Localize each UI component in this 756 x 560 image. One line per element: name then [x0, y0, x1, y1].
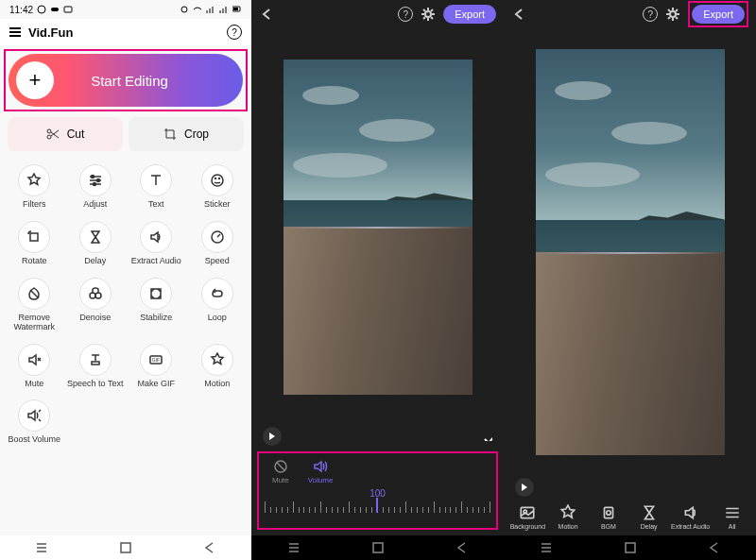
tool-text[interactable]: Text: [126, 161, 187, 213]
btool-motion[interactable]: Motion: [550, 504, 587, 530]
btool-bgm[interactable]: BGM: [591, 504, 627, 530]
mute-icon: [273, 459, 288, 474]
nav-home-icon[interactable]: [119, 541, 132, 554]
tool-stabilize[interactable]: Stabilize: [126, 274, 187, 336]
menu-icon[interactable]: [9, 27, 21, 37]
export-button[interactable]: Export: [443, 5, 496, 24]
play-row: [504, 476, 756, 499]
tool-motion[interactable]: Motion: [187, 340, 249, 393]
nav-bar: [504, 535, 756, 560]
preview-frame: [284, 59, 472, 395]
remove-watermark-icon: [18, 278, 50, 310]
gear-icon[interactable]: [665, 7, 680, 22]
loop-icon: [201, 278, 233, 310]
nav-recent-icon[interactable]: [540, 541, 553, 554]
tool-adjust[interactable]: Adjust: [65, 161, 127, 213]
tool-speech-to-text[interactable]: Speech to Text: [65, 340, 127, 393]
quick-actions: Cut Crop: [0, 111, 251, 157]
nav-recent-icon[interactable]: [287, 541, 301, 554]
tool-remove-watermark[interactable]: Remove Watermark: [4, 274, 65, 336]
extract-audio-icon: [682, 504, 699, 521]
crop-icon: [163, 127, 177, 141]
svg-text:GIF: GIF: [152, 357, 160, 363]
back-icon[interactable]: [259, 7, 274, 22]
app-header: Vid.Fun ?: [0, 19, 251, 45]
editor-volume-panel: ? Export Mute Volume: [251, 0, 504, 560]
svg-rect-1: [51, 8, 59, 11]
svg-point-6: [47, 129, 51, 133]
nav-back-icon[interactable]: [203, 541, 216, 554]
crop-button[interactable]: Crop: [129, 117, 244, 151]
nav-bar: [251, 535, 504, 560]
play-button[interactable]: [515, 478, 534, 497]
rotate-icon: [18, 221, 50, 253]
tool-delay[interactable]: Delay: [65, 217, 127, 270]
nav-recent-icon[interactable]: [35, 541, 48, 554]
btool-all[interactable]: All: [713, 504, 750, 530]
tool-grid: FiltersAdjustTextStickerRotateDelayExtra…: [0, 157, 251, 452]
nav-home-icon[interactable]: [371, 541, 385, 554]
help-icon[interactable]: ?: [227, 25, 242, 40]
cut-button[interactable]: Cut: [8, 117, 123, 151]
export-button[interactable]: Export: [692, 5, 745, 24]
mute-tab[interactable]: Mute: [272, 459, 289, 484]
svg-rect-19: [92, 362, 99, 365]
start-editing-button[interactable]: + Start Editing: [9, 54, 243, 107]
help-icon[interactable]: ?: [398, 7, 413, 22]
video-preview[interactable]: [251, 28, 504, 425]
volume-tab[interactable]: Volume: [308, 459, 334, 484]
delay-icon: [641, 504, 658, 521]
background-icon: [519, 504, 536, 521]
bottom-toolbar: BackgroundMotionBGMDelayExtract AudioAll: [504, 499, 756, 535]
svg-point-10: [93, 183, 95, 186]
video-preview[interactable]: [504, 28, 756, 476]
svg-point-9: [96, 179, 99, 182]
delay-icon: [79, 221, 112, 253]
tool-extract-audio[interactable]: Extract Audio: [126, 217, 187, 270]
nav-back-icon[interactable]: [708, 541, 721, 554]
boost-volume-icon: [18, 399, 50, 432]
svg-rect-25: [373, 543, 383, 552]
tool-denoise[interactable]: Denoise: [65, 274, 127, 336]
svg-point-17: [95, 293, 101, 298]
btool-delay[interactable]: Delay: [630, 504, 667, 530]
svg-rect-14: [30, 233, 38, 241]
tool-boost-volume[interactable]: Boost Volume: [4, 396, 65, 449]
tool-rotate[interactable]: Rotate: [4, 217, 65, 270]
play-button[interactable]: [263, 427, 282, 446]
stabilize-icon: [140, 278, 172, 310]
tool-loop[interactable]: Loop: [187, 274, 249, 336]
btool-extract-audio[interactable]: Extract Audio: [671, 504, 710, 530]
text-icon: [140, 164, 172, 196]
help-icon[interactable]: ?: [643, 7, 658, 22]
check-icon[interactable]: [483, 432, 492, 441]
gear-icon[interactable]: [421, 7, 436, 22]
status-icon: [37, 5, 46, 14]
make-gif-icon: GIF: [140, 344, 172, 376]
tool-sticker[interactable]: Sticker: [187, 161, 249, 213]
svg-rect-22: [121, 543, 130, 552]
svg-point-16: [90, 293, 95, 298]
denoise-icon: [79, 278, 112, 310]
scissors-icon: [46, 127, 60, 141]
editor-header: ? Export: [504, 0, 756, 28]
tool-make-gif[interactable]: GIFMake GIF: [126, 340, 187, 393]
nav-back-icon[interactable]: [455, 541, 469, 554]
btool-background[interactable]: Background: [509, 504, 546, 530]
signal-icon: [206, 5, 215, 14]
tool-mute[interactable]: Mute: [4, 340, 65, 393]
nav-home-icon[interactable]: [624, 541, 637, 554]
record-icon: [63, 5, 73, 14]
adjust-icon: [79, 164, 112, 196]
battery-icon: [232, 5, 242, 14]
motion-icon: [201, 344, 233, 376]
status-bar: 11:42: [0, 0, 251, 19]
home-panel: 11:42 Vid.Fun ? + Start Editing Cut: [0, 0, 251, 560]
signal-icon: [219, 5, 229, 14]
tool-filters[interactable]: Filters: [4, 161, 65, 213]
tool-speed[interactable]: Speed: [187, 217, 249, 270]
svg-point-30: [607, 511, 611, 516]
volume-slider[interactable]: 100: [265, 498, 490, 522]
back-icon[interactable]: [511, 7, 526, 22]
volume-panel-highlight: Mute Volume 100: [257, 451, 498, 530]
